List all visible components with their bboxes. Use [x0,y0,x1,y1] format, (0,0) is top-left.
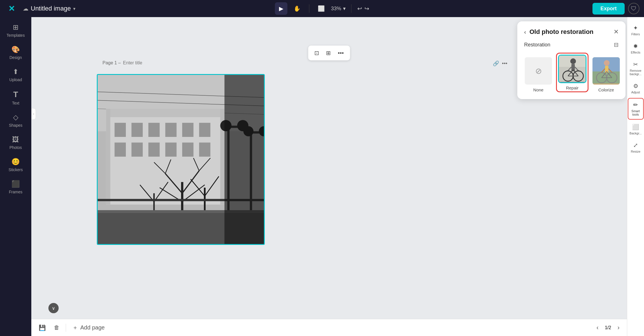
undo-btn[interactable]: ↩ [357,5,362,12]
photos-label: Photos [9,145,22,150]
add-page-button[interactable]: ＋ Add page [71,322,106,333]
more-options-btn[interactable]: ••• [336,48,345,58]
effects-panel-btn[interactable]: ✸ Effects [628,40,644,57]
redo-btn[interactable]: ↪ [364,5,369,12]
page-title-input[interactable] [123,60,180,65]
remove-bg-icon: ✂ [633,61,638,68]
left-sidebar: ⊞ Templates 🎨 Design ⬆ Upload T Text ◇ S… [0,17,31,336]
restoration-option-none[interactable]: ⊘ None [524,57,553,92]
bottom-divider [66,324,66,332]
filters-icon: ✦ [633,24,638,31]
sidebar-item-templates[interactable]: ⊞ Templates [0,19,31,42]
add-page-label: Add page [80,324,105,331]
sidebar-item-stickers[interactable]: 😊 Stickers [0,154,31,176]
bottom-bar: 💾 🗑 ＋ Add page ‹ 1/2 › [31,319,627,336]
background-panel-btn[interactable]: ⬜ Backgr... [628,121,644,138]
svg-point-63 [604,60,610,66]
svg-rect-6 [106,109,225,117]
topbar-right: Export 🛡 [592,3,639,15]
hand-tool-btn[interactable]: ✋ [291,2,303,15]
select-tool-btn[interactable]: ▶ [275,2,287,15]
selection-tool-btn[interactable]: ⊡ [313,48,321,58]
adjust-panel-btn[interactable]: ⚙ Adjust [628,80,644,97]
document-title[interactable]: Untitled image [31,5,71,12]
templates-icon: ⊞ [13,23,19,31]
save-btn[interactable]: 💾 [37,323,48,333]
panel-header: ‹ Old photo restoration ✕ [524,28,619,36]
topbar: ✕ ☁ Untitled image ▾ ▶ ✋ ⬜ 33% ▾ ↩ ↪ Exp… [0,0,644,17]
app-logo[interactable]: ✕ [5,2,18,15]
next-page-btn[interactable]: › [616,322,621,333]
toolbar-divider-1 [309,4,309,13]
page-nav: ‹ 1/2 › [595,322,621,333]
svg-rect-47 [224,75,264,244]
svg-rect-12 [199,123,210,137]
canvas-scroll-down[interactable]: ∨ [48,303,59,313]
smart-tools-label: Smart tools [629,109,642,116]
upload-icon: ⬆ [13,68,19,76]
colorize-thumb [592,57,620,85]
export-button[interactable]: Export [592,3,625,15]
stickers-icon: 😊 [11,158,20,166]
view-options-btn[interactable]: ⬜ [315,2,327,15]
shapes-label: Shapes [9,123,22,128]
svg-rect-18 [199,143,210,157]
upload-label: Upload [9,77,22,82]
sidebar-item-shapes[interactable]: ◇ Shapes [0,109,31,132]
svg-rect-13 [114,143,126,157]
profile-icon[interactable]: 🛡 [628,3,639,14]
restoration-option-colorize[interactable]: Colorize [592,57,620,92]
sidebar-item-text[interactable]: T Text [0,86,31,109]
svg-rect-11 [182,123,194,137]
background-icon: ⬜ [632,124,639,130]
zoom-chevron: ▾ [343,5,346,12]
sidebar-item-upload[interactable]: ⬆ Upload [0,64,31,86]
sidebar-item-photos[interactable]: 🖼 Photos [0,132,31,154]
smart-tools-panel-btn[interactable]: ✏ Smart tools [628,98,644,120]
remove-bg-panel-btn[interactable]: ✂ Remove backgr... [628,58,644,79]
panel-back-button[interactable]: ‹ [524,29,526,35]
page-link-btn[interactable]: 🔗 [493,60,499,67]
panel-title: Old photo restoration [530,28,610,36]
canvas-image [98,75,264,244]
add-page-icon: ＋ [72,324,78,331]
svg-rect-15 [148,143,160,157]
adjust-icon: ⚙ [633,83,638,89]
zoom-control[interactable]: 33% ▾ [331,5,345,12]
templates-label: Templates [7,33,25,38]
repair-label: Repair [566,85,579,90]
undo-redo-group: ↩ ↪ [357,5,369,12]
page-more-btn[interactable]: ••• [502,61,507,67]
page-number-label: Page 1 – [102,60,121,65]
prev-page-btn[interactable]: ‹ [595,322,600,333]
grid-tool-btn[interactable]: ⊞ [324,48,333,58]
design-label: Design [9,55,22,60]
canvas-image-container[interactable] [97,74,265,245]
delete-btn[interactable]: 🗑 [52,323,61,333]
smart-tools-icon: ✏ [633,101,638,108]
title-dropdown-icon[interactable]: ▾ [73,6,75,11]
sidebar-item-frames[interactable]: ⬛ Frames [0,176,31,198]
svg-rect-8 [132,123,143,137]
svg-rect-10 [165,123,177,137]
page-actions: 🔗 ••• [493,60,507,67]
panel-close-button[interactable]: ✕ [614,28,619,36]
bw-photo-svg [98,75,264,244]
filters-label: Filters [631,32,640,36]
sidebar-item-design[interactable]: 🎨 Design [0,42,31,64]
svg-rect-14 [132,143,143,157]
sidebar-collapse-button[interactable]: › [31,108,36,120]
filters-panel-btn[interactable]: ✦ Filters [628,22,644,39]
restoration-option-repair[interactable]: Repair [556,53,588,92]
svg-rect-17 [182,143,194,157]
shapes-icon: ◇ [13,113,18,121]
resize-panel-btn[interactable]: ⤢ Resize [628,139,644,156]
colorize-label: Colorize [598,87,614,92]
svg-rect-7 [114,123,126,137]
cloud-icon: ☁ [23,5,28,12]
svg-rect-60 [559,82,586,83]
compare-icon[interactable]: ⊟ [614,41,619,48]
topbar-center-tools: ▶ ✋ ⬜ 33% ▾ ↩ ↪ [275,2,369,15]
svg-rect-16 [165,143,177,157]
zoom-level: 33% [331,6,341,12]
